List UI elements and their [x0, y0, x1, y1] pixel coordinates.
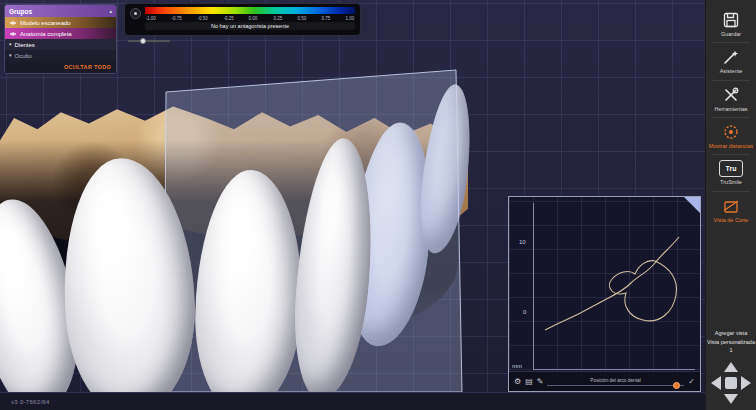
- settings-gear-icon[interactable]: ⚙: [514, 378, 521, 386]
- colormap-gradient-bar: [145, 7, 355, 14]
- visibility-eye-icon[interactable]: [9, 20, 17, 26]
- nav-right-arrow-icon[interactable]: [741, 376, 751, 390]
- visibility-eye-icon[interactable]: [9, 31, 17, 37]
- sidebar-item-save[interactable]: Guardar: [705, 8, 756, 40]
- chevron-down-icon[interactable]: ▾: [9, 42, 12, 47]
- divider: [712, 117, 750, 118]
- sidebar-item-label: Mostrar distancias: [707, 143, 755, 149]
- sidebar-item-label: Vista de Corte: [707, 217, 755, 223]
- tooth-behind-cut-plane[interactable]: [414, 82, 478, 256]
- slider-track[interactable]: [128, 40, 170, 42]
- cross-section-toolbar: ⚙ ▤ ✎ Posición del arco dental ✓: [509, 371, 700, 391]
- divider: [712, 191, 750, 192]
- arch-position-label: Posición del arco dental: [591, 377, 641, 383]
- layers-icon[interactable]: ▤: [525, 378, 533, 386]
- sidebar-item-tools[interactable]: Herramientas: [705, 83, 756, 115]
- wand-assistant-icon: [722, 48, 740, 66]
- nav-center-button[interactable]: [725, 377, 737, 389]
- groups-panel-header[interactable]: Grupos ▴: [5, 5, 116, 17]
- sidebar-bottom-section: Agregar vista Vista personalizada 1: [706, 330, 756, 404]
- groups-panel: Grupos ▴ Modelo escaneado Anatomía compl…: [4, 4, 117, 74]
- arch-position-control: Posición del arco dental: [547, 377, 684, 387]
- colormap-body: -1.00 -0.75 -0.50 -0.25 0.00 0.25 0.50 0…: [145, 7, 355, 30]
- custom-view-label[interactable]: Vista personalizada: [707, 339, 755, 346]
- nav-down-arrow-icon[interactable]: [724, 394, 738, 404]
- colormap-tick-labels: -1.00 -0.75 -0.50 -0.25 0.00 0.25 0.50 0…: [145, 15, 355, 21]
- view-navigation-pad[interactable]: [711, 362, 751, 404]
- distance-colormap-panel: -1.00 -0.75 -0.50 -0.25 0.00 0.25 0.50 0…: [124, 3, 361, 36]
- divider: [712, 42, 750, 43]
- custom-view-number[interactable]: 1: [707, 347, 755, 354]
- right-sidebar: Guardar Asistente Herramientas: [705, 0, 756, 410]
- distances-gauge-icon: [722, 123, 740, 141]
- group-item-label: Oculto: [15, 53, 32, 59]
- group-item-label: Modelo escaneado: [20, 20, 71, 26]
- groups-title: Grupos: [9, 8, 32, 15]
- trusmile-logo-icon: Tru: [719, 160, 743, 177]
- tick-label: 1.00: [346, 15, 355, 20]
- tick-label: 0.25: [273, 15, 282, 20]
- tick-label: -0.25: [223, 15, 233, 20]
- tick-label: 0.75: [321, 15, 330, 20]
- slider-handle[interactable]: [673, 382, 680, 389]
- colormap-opacity-slider[interactable]: [128, 38, 170, 44]
- sidebar-item-cut-view[interactable]: Vista de Corte: [705, 194, 756, 226]
- collapse-chevron-icon[interactable]: ▴: [109, 9, 112, 14]
- chevron-down-icon[interactable]: ▾: [9, 53, 12, 58]
- slider-knob[interactable]: [140, 38, 146, 44]
- group-item-scanned-model[interactable]: Modelo escaneado: [5, 17, 116, 28]
- divider: [712, 154, 750, 155]
- save-icon: [722, 11, 740, 29]
- dot-icon: [134, 12, 137, 15]
- divider: [712, 80, 750, 81]
- confirm-check-icon[interactable]: ✓: [688, 378, 695, 386]
- sidebar-item-show-distances[interactable]: Mostrar distancias: [705, 120, 756, 152]
- cut-plane-icon: [722, 197, 740, 215]
- sidebar-item-label: Asistente: [707, 68, 755, 74]
- hide-all-button[interactable]: OCULTAR TODO: [64, 64, 111, 70]
- tick-label: -0.75: [171, 15, 181, 20]
- tick-label: 0.00: [249, 15, 258, 20]
- version-label: v3.0-7662/64: [11, 399, 50, 405]
- sidebar-item-assistant[interactable]: Asistente: [705, 45, 756, 77]
- sidebar-item-trusmile[interactable]: Tru TruSmile: [705, 157, 756, 188]
- tick-label: -1.00: [146, 15, 156, 20]
- antagonist-message: No hay un antagonista presente: [145, 22, 355, 30]
- trusmile-logo-text: Tru: [726, 165, 737, 172]
- edit-pencil-icon[interactable]: ✎: [537, 378, 544, 386]
- sidebar-item-label: Guardar: [707, 31, 755, 37]
- tools-icon: [722, 86, 740, 104]
- tick-label: -0.50: [197, 15, 207, 20]
- tick-label: 0.50: [297, 15, 306, 20]
- group-item-hidden[interactable]: ▾ Oculto: [5, 50, 116, 61]
- cross-section-panel[interactable]: 10 0 0 10 mm ⚙ ▤ ✎ Posición del arco den…: [508, 196, 701, 392]
- colormap-menu-button[interactable]: [130, 8, 141, 19]
- group-item-teeth[interactable]: ▾ Dientes: [5, 39, 116, 50]
- group-item-label: Anatomía completa: [20, 31, 72, 37]
- nav-up-arrow-icon[interactable]: [724, 362, 738, 372]
- sidebar-item-label: Herramientas: [707, 106, 755, 112]
- nav-left-arrow-icon[interactable]: [711, 376, 721, 390]
- arch-position-slider[interactable]: [547, 384, 684, 387]
- application-window: v3.0-7662/64 Grupos ▴ Modelo escaneado A…: [0, 0, 756, 410]
- groups-panel-footer: OCULTAR TODO: [5, 61, 116, 73]
- add-view-button[interactable]: Agregar vista: [707, 330, 755, 337]
- cross-section-curve: [509, 197, 701, 373]
- group-item-full-anatomy[interactable]: Anatomía completa: [5, 28, 116, 39]
- group-item-label: Dientes: [15, 42, 35, 48]
- sidebar-item-label: TruSmile: [707, 179, 755, 185]
- status-strip: v3.0-7662/64: [0, 392, 705, 410]
